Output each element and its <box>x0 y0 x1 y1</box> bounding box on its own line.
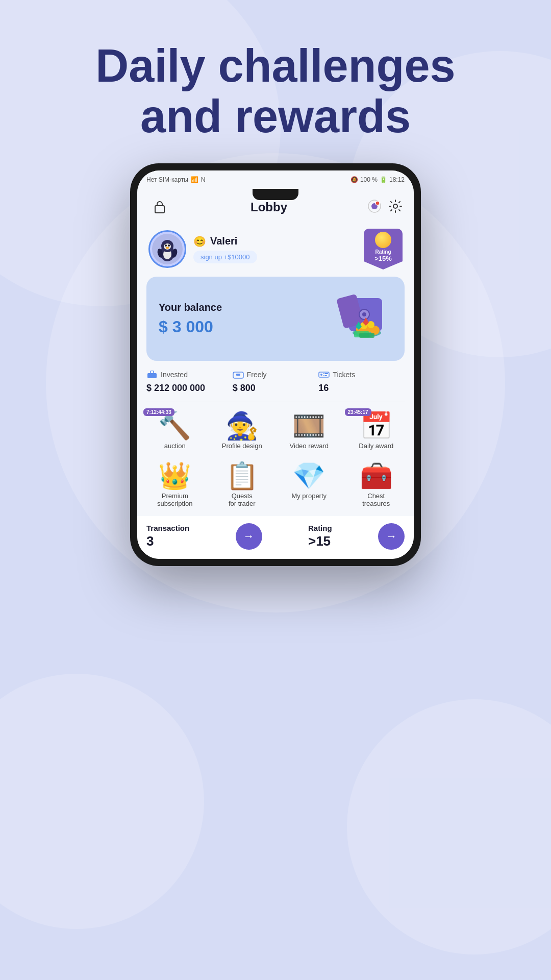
freely-icon <box>233 369 244 380</box>
ticket-icon <box>318 369 330 380</box>
header-title: Lobby <box>251 200 287 214</box>
avatar[interactable] <box>148 230 186 268</box>
my-property-icon: 💎 <box>292 462 325 489</box>
stat-tickets-label: Tickets <box>318 369 405 380</box>
premium-icon: 👑 <box>158 462 191 489</box>
rating-stat: Rating >15 <box>308 524 332 549</box>
header-right <box>367 199 403 216</box>
phone-notch <box>253 189 298 200</box>
stat-tickets: Tickets 16 <box>318 369 405 394</box>
daily-award-timer: 23:45:17 <box>345 408 371 416</box>
rating-label: Rating <box>375 249 391 255</box>
video-reward-icon: 🎞️ <box>292 412 325 439</box>
profile-section: 😊 Valeri sign up +$10000 Rating >15% <box>137 224 414 277</box>
rating-stat-label: Rating <box>308 524 332 532</box>
balance-card: Your balance $ 3 000 <box>146 277 405 361</box>
status-bar: Нет SIM-карты 📶 N 🔕 100 % 🔋 18:12 <box>137 170 414 189</box>
bell-icon: 🔕 <box>350 176 358 183</box>
balance-text: Your balance $ 3 000 <box>159 302 222 336</box>
wifi-icon: 📶 <box>191 176 198 183</box>
svg-point-3 <box>375 201 380 205</box>
divider-1 <box>146 402 405 402</box>
svg-point-18 <box>362 312 366 316</box>
rating-stat-value: >15 <box>308 533 332 549</box>
balance-visual <box>326 288 392 350</box>
bottom-bar: Transaction 3 → Rating >15 → <box>137 516 414 559</box>
nfc-icon: N <box>201 176 206 183</box>
svg-rect-31 <box>236 374 240 376</box>
stat-invested: Invested $ 212 000 000 <box>146 369 233 394</box>
my-property-cell[interactable]: 💎 My property <box>278 458 341 512</box>
status-left: Нет SIM-карты 📶 N <box>146 176 206 183</box>
quests-icon: 📋 <box>226 462 259 489</box>
chest-treasures-icon: 🧰 <box>360 462 393 489</box>
video-reward-cell[interactable]: 🎞️ Video reward <box>278 408 341 454</box>
stat-invested-label: Invested <box>146 369 233 380</box>
svg-rect-0 <box>155 206 164 213</box>
profile-name-row: 😊 Valeri <box>193 235 257 248</box>
svg-point-4 <box>393 204 397 208</box>
balance-label: Your balance <box>159 302 222 313</box>
transaction-value: 3 <box>146 533 189 549</box>
auction-cell[interactable]: 7:12:44:33 🔨 auction <box>143 408 207 454</box>
profile-design-label: Profile design <box>222 442 262 450</box>
profile-design-cell[interactable]: 🧙 Profile design <box>211 408 274 454</box>
svg-rect-29 <box>147 373 157 378</box>
chest-treasures-label: Chesttreasures <box>362 492 390 508</box>
transaction-stat: Transaction 3 <box>146 524 189 549</box>
stat-freely-label: Freely <box>233 369 319 380</box>
page-title: Daily challenges and rewards <box>0 0 551 142</box>
status-right: 🔕 100 % 🔋 18:12 <box>350 176 405 183</box>
auction-icon: 🔨 <box>158 412 191 439</box>
battery-label: 100 % <box>360 176 378 183</box>
rating-arrow-button[interactable]: → <box>378 523 405 550</box>
briefcase-icon <box>146 369 158 380</box>
premium-label: Premiumsubscription <box>157 492 192 508</box>
auction-label: auction <box>164 442 186 450</box>
profile-left: 😊 Valeri sign up +$10000 <box>148 230 257 268</box>
daily-award-cell[interactable]: 23:45:17 📅 Daily award <box>345 408 408 454</box>
time-label: 18:12 <box>389 176 405 183</box>
video-reward-label: Video reward <box>290 442 329 450</box>
settings-button[interactable] <box>388 199 403 215</box>
premium-cell[interactable]: 👑 Premiumsubscription <box>143 458 207 512</box>
svg-rect-26 <box>359 333 374 338</box>
rating-value: >15% <box>374 255 392 262</box>
sim-label: Нет SIM-карты <box>146 176 188 183</box>
phone-mockup: Нет SIM-карты 📶 N 🔕 100 % 🔋 18:12 <box>130 163 421 566</box>
svg-point-33 <box>320 374 322 376</box>
svg-point-11 <box>168 244 170 247</box>
my-property-label: My property <box>291 492 327 500</box>
signup-badge[interactable]: sign up +$10000 <box>193 251 257 263</box>
quests-label: Questsfor trader <box>229 492 256 508</box>
icon-grid-row1: 7:12:44:33 🔨 auction 🧙 Profile design 🎞️… <box>137 408 414 454</box>
daily-award-label: Daily award <box>359 442 393 450</box>
balance-amount: $ 3 000 <box>159 317 222 336</box>
stats-row: Invested $ 212 000 000 Freely <box>137 369 414 402</box>
icon-grid-row2: 👑 Premiumsubscription 📋 Questsfor trader… <box>137 458 414 512</box>
transaction-arrow-icon: → <box>243 530 255 543</box>
profile-emoji: 😊 <box>193 235 206 248</box>
battery-icon: 🔋 <box>380 176 387 183</box>
transaction-arrow-button[interactable]: → <box>236 523 262 550</box>
username: Valeri <box>210 235 237 247</box>
chest-treasures-cell[interactable]: 🧰 Chesttreasures <box>345 458 408 512</box>
rating-tag[interactable]: Rating >15% <box>364 229 403 270</box>
stat-invested-value: $ 212 000 000 <box>146 383 233 394</box>
profile-info: 😊 Valeri sign up +$10000 <box>193 235 257 263</box>
stat-tickets-value: 16 <box>318 383 405 394</box>
shop-button[interactable] <box>148 196 171 218</box>
auction-timer: 7:12:44:33 <box>143 408 174 416</box>
svg-rect-35 <box>324 373 328 374</box>
rating-coin <box>375 232 391 248</box>
svg-rect-36 <box>324 375 327 376</box>
notification-button[interactable] <box>367 199 382 216</box>
stat-freely: Freely $ 800 <box>233 369 319 394</box>
svg-point-10 <box>165 244 167 247</box>
daily-award-icon: 📅 <box>360 412 393 439</box>
stat-freely-value: $ 800 <box>233 383 319 394</box>
transaction-label: Transaction <box>146 524 189 532</box>
svg-point-12 <box>166 247 169 249</box>
rating-arrow-icon: → <box>386 530 397 543</box>
quests-cell[interactable]: 📋 Questsfor trader <box>211 458 274 512</box>
